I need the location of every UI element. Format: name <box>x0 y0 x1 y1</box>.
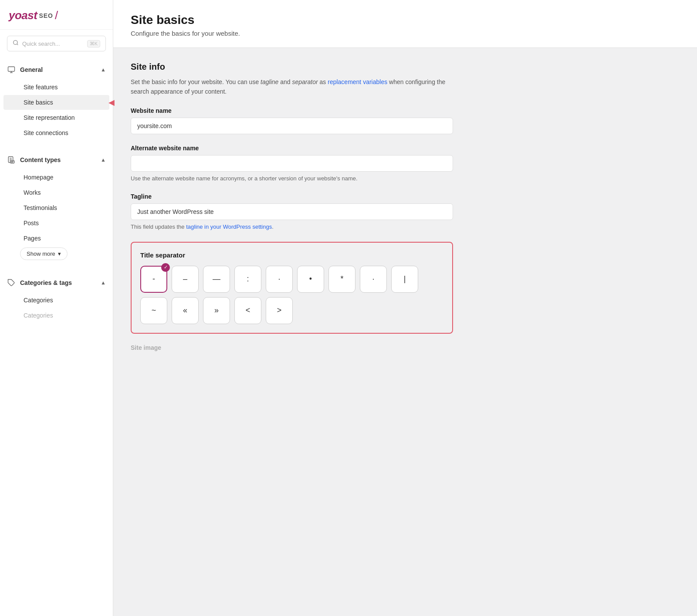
separator-symbol-gt: > <box>277 306 282 315</box>
nav-item-site-basics[interactable]: Site basics ◀ <box>3 95 109 110</box>
general-nav-items: Site features Site basics ◀ Site represe… <box>0 78 113 144</box>
nav-item-pages[interactable]: Pages <box>3 231 109 246</box>
nav-item-label-site-features: Site features <box>24 84 58 91</box>
alternate-website-name-field-group: Alternate website name Use the alternate… <box>131 145 453 183</box>
site-info-section-title: Site info <box>131 62 453 72</box>
separator-btn-dash-long[interactable]: — <box>203 266 230 293</box>
general-chevron-icon: ▲ <box>101 67 106 73</box>
separator-btn-laquo[interactable]: « <box>172 297 199 324</box>
tagline-label: Tagline <box>131 193 453 200</box>
separator-btn-middot[interactable]: · <box>266 266 293 293</box>
separator-btn-pipe[interactable]: | <box>391 266 418 293</box>
show-more-label: Show more <box>27 250 55 257</box>
website-name-label: Website name <box>131 107 453 114</box>
separator-symbol-lt: < <box>246 306 250 315</box>
nav-item-categories[interactable]: Categories <box>3 293 109 308</box>
site-image-field-group: Site image <box>131 344 453 351</box>
separator-symbol-tilde: ~ <box>152 306 156 315</box>
nav-section-general: General ▲ Site features Site basics ◀ Si… <box>0 58 113 148</box>
separator-symbol-bullet: • <box>309 274 312 284</box>
separator-btn-bullet[interactable]: • <box>297 266 324 293</box>
nav-item-label-site-representation: Site representation <box>24 114 75 121</box>
tagline-field-group: Tagline This field updates the tagline i… <box>131 193 453 231</box>
page-subtitle: Configure the basics for your website. <box>131 30 680 37</box>
title-separator-label: Title separator <box>140 251 443 259</box>
content-types-nav-items: Homepage Works Testimonials Posts Pages … <box>0 169 113 267</box>
tagline-hint-text2: . <box>272 223 274 230</box>
tag-icon <box>7 278 16 287</box>
nav-item-homepage[interactable]: Homepage <box>3 170 109 185</box>
nav-item-categories2[interactable]: Categories <box>3 308 109 323</box>
separator-symbol-raquo: » <box>214 306 219 315</box>
separator-btn-dash-short[interactable]: ✓ - <box>140 266 167 293</box>
main-content: Site basics Configure the basics for you… <box>113 0 697 616</box>
categories-tags-chevron-icon: ▲ <box>101 280 106 286</box>
search-placeholder: Quick search... <box>22 41 84 47</box>
nav-item-posts[interactable]: Posts <box>3 216 109 230</box>
nav-item-site-features[interactable]: Site features <box>3 80 109 95</box>
nav-section-header-left-general: General <box>7 65 43 74</box>
svg-line-1 <box>17 44 18 45</box>
title-separator-section: Title separator ✓ - – — : <box>131 242 453 334</box>
tagline-settings-link[interactable]: tagline in your WordPress settings <box>186 223 272 230</box>
separator-btn-lt[interactable]: < <box>234 297 261 324</box>
separator-btn-raquo[interactable]: » <box>203 297 230 324</box>
separator-symbol-colon: : <box>247 274 249 284</box>
separator-btn-dash-medium[interactable]: – <box>172 266 199 293</box>
nav-item-label-site-connections: Site connections <box>24 129 68 136</box>
nav-item-site-representation[interactable]: Site representation <box>3 110 109 125</box>
logo-slash: / <box>55 9 58 22</box>
monitor-icon <box>7 65 16 74</box>
svg-rect-9 <box>10 161 14 163</box>
site-info-desc-separator: separator <box>292 78 318 85</box>
separator-symbol-pipe: | <box>404 274 406 284</box>
page-title: Site basics <box>131 13 680 27</box>
search-box[interactable]: Quick search... ⌘K <box>7 36 106 51</box>
website-name-input[interactable] <box>131 118 453 134</box>
nav-item-label-categories2: Categories <box>24 312 53 319</box>
site-info-desc-text1: Set the basic info for your website. You… <box>131 78 261 85</box>
active-arrow-icon: ◀ <box>108 98 115 107</box>
svg-rect-2 <box>8 67 15 71</box>
show-more-chevron-icon: ▾ <box>58 250 61 257</box>
tagline-input[interactable] <box>131 203 453 220</box>
nav-section-header-left-categories-tags: Categories & tags <box>7 278 72 287</box>
nav-item-label-works: Works <box>24 189 41 196</box>
content-types-section-title: Content types <box>20 156 61 163</box>
search-icon <box>13 40 19 47</box>
separator-symbol-dash-medium: – <box>183 274 187 284</box>
nav-item-works[interactable]: Works <box>3 185 109 200</box>
show-more-button[interactable]: Show more ▾ <box>20 247 68 260</box>
website-name-field-group: Website name <box>131 107 453 134</box>
nav-section-categories-tags: Categories & tags ▲ Categories Categorie… <box>0 271 113 330</box>
separator-btn-gt[interactable]: > <box>266 297 293 324</box>
content-area: Site info Set the basic info for your we… <box>113 48 470 376</box>
nav-section-header-categories-tags[interactable]: Categories & tags ▲ <box>0 274 113 291</box>
site-image-label: Site image <box>131 344 453 351</box>
separator-btn-asterisk[interactable]: * <box>328 266 355 293</box>
separator-btn-colon[interactable]: : <box>234 266 261 293</box>
site-info-desc: Set the basic info for your website. You… <box>131 77 453 97</box>
separator-symbol-dot: · <box>372 274 374 284</box>
separator-symbol-middot: · <box>278 274 280 284</box>
site-info-desc-tagline: tagline <box>261 78 278 85</box>
svg-point-0 <box>14 41 17 44</box>
categories-tags-section-title: Categories & tags <box>20 279 72 286</box>
separator-row-1: ✓ - – — : · • <box>140 266 443 293</box>
separator-symbol-asterisk: * <box>340 274 343 284</box>
site-info-desc-text3: and <box>278 78 292 85</box>
separator-btn-tilde[interactable]: ~ <box>140 297 167 324</box>
nav-item-site-connections[interactable]: Site connections <box>3 125 109 140</box>
tagline-hint: This field updates the tagline in your W… <box>131 223 453 231</box>
nav-section-header-content-types[interactable]: Content types ▲ <box>0 151 113 169</box>
alternate-website-name-label: Alternate website name <box>131 145 453 152</box>
separator-symbol-laquo: « <box>183 306 187 315</box>
nav-item-testimonials[interactable]: Testimonials <box>3 200 109 215</box>
alternate-website-name-input[interactable] <box>131 155 453 172</box>
separator-btn-dot[interactable]: · <box>360 266 387 293</box>
logo-seo: SEO <box>39 12 53 19</box>
replacement-variables-link[interactable]: replacement variables <box>328 78 387 85</box>
nav-section-header-general[interactable]: General ▲ <box>0 61 113 78</box>
general-section-title: General <box>20 66 43 73</box>
site-info-desc-text5: as <box>318 78 328 85</box>
